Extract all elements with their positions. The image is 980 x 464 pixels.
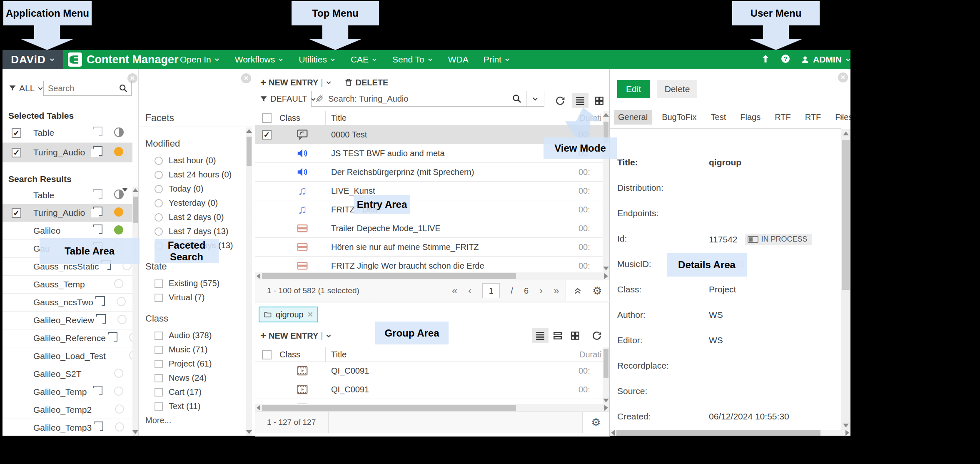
list-item[interactable]: Der Reichsbürgerprinz (mit Sprechern)00: (255, 163, 603, 182)
radio-button[interactable] (155, 171, 163, 179)
group-hscrollbar[interactable] (255, 404, 609, 412)
chip-remove-icon[interactable]: ✕ (307, 310, 313, 319)
facet-option[interactable]: Existing (575) (155, 279, 246, 288)
facet-option[interactable]: Last 2 days (0) (155, 212, 246, 222)
radio-button[interactable] (155, 213, 163, 222)
tab-general[interactable]: General (614, 110, 652, 125)
table-row-galileo_reference[interactable]: Galileo_Reference (2, 329, 132, 347)
facet-option[interactable]: Text (11) (155, 402, 246, 411)
group-chip[interactable]: qigroup ✕ (259, 307, 318, 322)
facet-option[interactable]: News (24) (155, 373, 246, 383)
group-list-view-icon[interactable] (532, 328, 549, 343)
delete-button[interactable]: DELETE (344, 78, 388, 87)
refresh-icon[interactable] (552, 93, 569, 108)
tab-rtf-2[interactable]: RTF (801, 110, 825, 125)
facets-scrollbar[interactable] (246, 127, 252, 436)
facet-option[interactable]: Project (61) (155, 359, 246, 369)
checkbox[interactable] (155, 294, 163, 302)
group-title-column-header[interactable]: Title (325, 350, 579, 359)
tab-bugtofix[interactable]: BugToFix (658, 110, 701, 125)
facet-option[interactable]: Music (71) (155, 345, 246, 354)
top-menu-item-cae[interactable]: CAE (351, 55, 377, 65)
facet-option[interactable]: Today (0) (155, 184, 246, 194)
top-menu-item-workflows[interactable]: Workflows (235, 55, 284, 65)
facet-option[interactable]: Last 24 hours (0) (155, 170, 246, 180)
top-menu-item-send-to[interactable]: Send To (392, 55, 433, 65)
entry-search-input[interactable] (327, 94, 512, 104)
table-search-input[interactable] (43, 81, 132, 96)
group-new-entry-button[interactable]: +NEW ENTRY | (260, 330, 332, 342)
new-entry-button[interactable]: +NEW ENTRY | (260, 77, 332, 88)
page-number-input[interactable]: 1 (482, 283, 500, 298)
top-menu-item-print[interactable]: Print (484, 55, 510, 65)
radio-button[interactable] (155, 157, 163, 165)
close-icon[interactable]: ✕ (838, 72, 848, 82)
checkbox[interactable] (155, 346, 163, 354)
list-item[interactable]: Hören sie nur auf meine Stimme_FRITZ00: (255, 238, 603, 257)
details-hscrollbar[interactable] (610, 430, 850, 436)
list-item[interactable]: ♫LIVE_Kunst00: (255, 182, 603, 200)
tab-test[interactable]: Test (707, 110, 731, 125)
prev-page-button[interactable]: ‹ (468, 285, 471, 297)
radio-button[interactable] (155, 227, 163, 236)
group-class-column-header[interactable]: Class (279, 350, 325, 359)
help-icon[interactable]: ? (781, 54, 790, 65)
table-row-gauss_ncstwo[interactable]: Gauss_ncsTwo (2, 294, 132, 312)
select-all-checkbox[interactable] (262, 113, 272, 123)
table-row-galileo_load_test[interactable]: Galileo_Load_Test (2, 347, 132, 365)
entry-search-box[interactable] (311, 91, 544, 107)
settings-gear-icon[interactable]: ⚙ (592, 284, 602, 297)
entry-vscrollbar[interactable] (603, 111, 609, 272)
list-item[interactable]: QI_C009100: (255, 362, 603, 380)
table-row-galileo_temp[interactable]: Galileo_Temp (2, 383, 132, 401)
list-item[interactable]: QI_C009100: (255, 380, 603, 399)
close-icon[interactable]: ✕ (241, 73, 251, 83)
upload-arrow-icon[interactable] (761, 54, 771, 65)
row-checkbox[interactable]: ✓ (12, 208, 21, 218)
table-row-galileo_review[interactable]: Galileo_Review (2, 312, 132, 329)
next-page-button[interactable]: › (539, 285, 543, 297)
edit-button[interactable]: Edit (617, 80, 650, 98)
list-view-icon[interactable] (572, 93, 588, 108)
radio-button[interactable] (155, 199, 163, 207)
group-refresh-icon[interactable] (588, 328, 605, 343)
facet-option[interactable]: Yesterday (0) (155, 198, 246, 208)
user-menu-button[interactable]: ADMIN (800, 55, 851, 65)
checkbox[interactable] (155, 279, 163, 288)
row-checkbox[interactable]: ✓ (12, 128, 21, 138)
first-page-button[interactable]: « (452, 285, 457, 297)
tab-flags[interactable]: Flags (736, 110, 765, 125)
table-row-galileo_temp2[interactable]: Galileo_Temp2 (2, 401, 132, 419)
table-row-galileo_s2t[interactable]: Galileo_S2T (2, 365, 132, 383)
list-item[interactable]: ♫FRITZ - Dea00: (255, 200, 603, 219)
list-item[interactable]: QI_C010500: (255, 399, 603, 404)
table-row-table[interactable]: ✓Table (2, 123, 132, 143)
collapse-icon[interactable] (573, 286, 582, 295)
top-menu-item-wda[interactable]: WDA (448, 55, 469, 65)
facet-option[interactable]: Cart (17) (155, 387, 246, 397)
table-row-gauss_temp[interactable]: Gauss_Temp (2, 276, 132, 294)
application-menu-button[interactable]: DAViD (2, 50, 63, 69)
checkbox[interactable] (155, 332, 163, 340)
tab-rtf[interactable]: RTF (771, 110, 795, 125)
facet-option[interactable]: Last 7 days (13) (155, 227, 246, 236)
title-column-header[interactable]: Title (325, 113, 579, 123)
checkbox[interactable] (155, 360, 163, 368)
table-area-scrollbar[interactable] (132, 187, 138, 436)
top-menu-item-utilities[interactable]: Utilities (299, 55, 336, 65)
group-vscrollbar[interactable] (603, 347, 609, 404)
last-page-button[interactable]: » (554, 285, 559, 297)
checkbox[interactable] (155, 402, 163, 411)
checkbox[interactable] (155, 388, 163, 397)
facet-more-link[interactable]: More... (145, 416, 246, 425)
facet-option[interactable]: Last hour (0) (155, 156, 246, 165)
details-vscrollbar[interactable] (841, 129, 850, 430)
checkbox[interactable] (155, 374, 163, 382)
table-row-turing_audio[interactable]: ✓Turing_Audio (2, 204, 132, 222)
row-checkbox[interactable]: ✓ (12, 148, 21, 157)
table-search-field[interactable] (44, 84, 119, 93)
status-filter-icon[interactable] (114, 190, 124, 199)
facet-option[interactable]: Virtual (7) (155, 293, 246, 302)
group-split-view-icon[interactable] (549, 328, 566, 343)
entry-hscrollbar[interactable] (255, 272, 609, 280)
